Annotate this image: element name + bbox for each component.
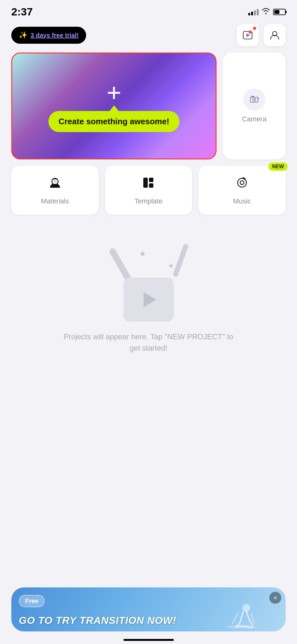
- svg-point-16: [244, 178, 245, 180]
- wifi-icon: [262, 8, 270, 16]
- svg-rect-7: [251, 96, 254, 97]
- materials-label: Materials: [41, 197, 69, 205]
- camera-button[interactable]: Camera: [223, 53, 286, 159]
- svg-point-15: [240, 181, 244, 185]
- svg-marker-1: [246, 33, 250, 37]
- ad-text: Go to TRY TRANSITION NOW!: [19, 615, 267, 626]
- template-label: Template: [135, 197, 162, 205]
- header: ✨ 3 days free trial!: [0, 21, 297, 53]
- ad-close-button[interactable]: ×: [269, 592, 281, 604]
- status-time: 2:37: [11, 6, 33, 18]
- plus-icon: +: [107, 80, 121, 105]
- battery-icon: [273, 9, 286, 15]
- svg-rect-13: [149, 183, 153, 188]
- main-grid: + Create something awesome! Camera: [0, 53, 297, 215]
- materials-icon: [47, 175, 63, 193]
- ad-banner[interactable]: Free Go to TRY TRANSITION NOW! ×: [11, 587, 286, 631]
- wand-icon: [172, 243, 189, 278]
- music-label: Music: [233, 197, 251, 205]
- svg-point-18: [243, 604, 250, 612]
- ad-text-content: Go to TRY TRANSITION NOW!: [19, 615, 176, 626]
- template-button[interactable]: Template: [105, 166, 192, 215]
- ad-free-badge: Free: [19, 595, 45, 607]
- home-indicator: [124, 639, 174, 641]
- trial-text: 3 days free trial!: [30, 32, 79, 39]
- camera-label: Camera: [242, 115, 267, 123]
- svg-rect-11: [143, 178, 148, 188]
- create-cta-text: Create something awesome!: [58, 117, 169, 126]
- music-button[interactable]: NEW Music: [198, 166, 286, 215]
- empty-text: Projects will appear here. Tap "NEW PROJ…: [61, 331, 237, 354]
- status-icons: [248, 8, 286, 16]
- svg-point-6: [254, 99, 255, 100]
- svg-point-2: [249, 31, 252, 34]
- create-bubble: Create something awesome!: [48, 111, 179, 132]
- header-actions: [237, 24, 286, 46]
- play-icon: [144, 292, 156, 307]
- profile-button[interactable]: [264, 24, 286, 46]
- star-icon-1: ★: [139, 249, 146, 258]
- status-bar: 2:37: [0, 0, 297, 21]
- svg-rect-12: [149, 178, 153, 182]
- notification-dot: [252, 26, 257, 31]
- shortcut-row: Materials Template NEW: [11, 166, 286, 215]
- music-icon: [234, 175, 250, 193]
- svg-point-10: [53, 180, 57, 183]
- empty-state: ★ ★ Projects will appear here. Tap "NEW …: [0, 221, 297, 366]
- empty-illustration: ★ ★: [108, 240, 190, 322]
- new-badge: NEW: [268, 163, 288, 171]
- profile-icon: [269, 30, 280, 41]
- empty-project-box: [124, 278, 174, 322]
- camera-icon: [243, 89, 265, 111]
- template-icon: [141, 175, 156, 193]
- camera-icon-svg: [247, 93, 261, 107]
- svg-rect-8: [257, 98, 259, 99]
- signal-icon: [248, 8, 259, 15]
- materials-button[interactable]: Materials: [11, 166, 99, 215]
- notifications-button[interactable]: [237, 24, 259, 46]
- slideshow-icon: [242, 30, 253, 41]
- create-new-project-button[interactable]: + Create something awesome!: [11, 53, 217, 159]
- star-icon-2: ★: [168, 262, 174, 269]
- trial-banner[interactable]: ✨ 3 days free trial!: [11, 27, 86, 44]
- crown-icon: ✨: [19, 31, 27, 39]
